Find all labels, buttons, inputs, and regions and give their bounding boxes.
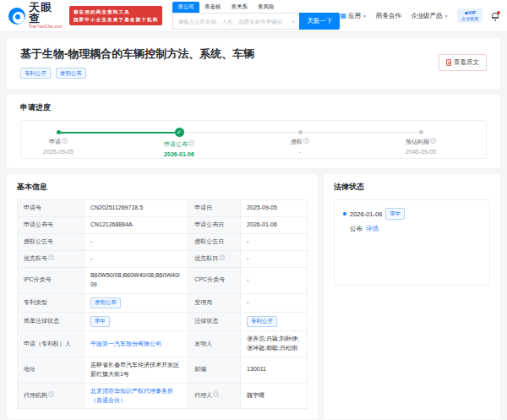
- info-icon[interactable]: ?: [48, 254, 54, 260]
- basic-info-tbody: 申请号CN202511269718.5申请日2025-09-05申请公布号CN1…: [18, 200, 308, 409]
- field-label: 代理机构?: [18, 383, 84, 409]
- field-label: 代理人?: [188, 383, 241, 409]
- legal-status-card: 法律状态 2026-01-06审中公布详情: [324, 174, 500, 419]
- step-label: 授权?: [266, 138, 334, 146]
- field-label: 申请号: [18, 200, 84, 217]
- field-value: 专利公开: [241, 312, 308, 330]
- notification-dot: [497, 11, 500, 14]
- field-value: -: [84, 234, 188, 251]
- chevron-down-icon: ▼: [444, 14, 448, 19]
- field-value: CN121268884A: [84, 217, 188, 234]
- step-dot: [298, 130, 303, 134]
- progress-timeline: 申请?2025-09-05✓申请公布?2026-01-06授权?-预估到期?20…: [20, 120, 487, 159]
- field-value: 130011: [241, 357, 308, 384]
- entity-link[interactable]: 中国第一汽车股份有限公司: [90, 341, 161, 346]
- field-label: 授权公告日: [188, 234, 241, 251]
- nav-enterprise[interactable]: 企业级产品 ▼: [411, 12, 448, 20]
- table-row: 申请公布号CN121268884A申请公布日2026-01-06: [18, 217, 308, 234]
- nav-apps[interactable]: ▦ 应用 ▼: [340, 12, 367, 20]
- progress-step-1: ✓申请公布?2026-01-06: [145, 121, 213, 157]
- field-label: 优先权号?: [18, 250, 84, 267]
- field-value: -: [241, 267, 308, 293]
- title-tags: 专利公开发明公布: [20, 68, 439, 79]
- table-row: 授权公告号-授权公告日-: [18, 234, 308, 251]
- step-dot: [419, 130, 423, 134]
- status-tag: 审中: [385, 208, 405, 219]
- field-label: 发明人: [188, 331, 241, 357]
- promo-banner: 都在用的商业查询工具 国家中小企业发展子基金旗下机构: [69, 6, 163, 25]
- field-label: 邮编: [188, 357, 241, 384]
- tianyancha-logo-icon: [8, 8, 25, 25]
- tianyancha-logo[interactable]: 天眼查 TianYanCha.com: [8, 2, 63, 30]
- view-original-button[interactable]: 查看原文: [439, 54, 487, 71]
- patent-tag: 发明公布: [56, 68, 86, 79]
- legal-status-item: 2026-01-06审中公布详情: [343, 208, 481, 232]
- search-input-wrap: ×: [172, 13, 299, 30]
- field-value: B60W50/08;B60W40/08;B60W40/09: [84, 267, 188, 293]
- entity-link[interactable]: 北京清亦华知识产权代理事务所（普通合伙）: [90, 388, 173, 403]
- table-row: 代理机构?北京清亦华知识产权代理事务所（普通合伙）代理人?魏宇晴: [18, 383, 308, 409]
- step-label: 申请公布?: [145, 140, 213, 149]
- info-icon[interactable]: ?: [303, 138, 309, 144]
- field-label: 授权公告号: [18, 234, 84, 251]
- field-label: 地址: [18, 357, 84, 384]
- field-value: 2025-09-05: [241, 200, 308, 217]
- detail-link[interactable]: 详情: [366, 225, 379, 233]
- field-value: 审中: [84, 312, 188, 330]
- table-row: IPC分类号B60W50/08;B60W40/08;B60W40/09CPC分类…: [18, 267, 308, 293]
- table-row: 申请号CN202511269718.5申请日2025-09-05: [18, 200, 308, 217]
- legal-status-box: 2026-01-06审中公布详情: [334, 199, 490, 286]
- search-button[interactable]: 天眼一下: [299, 13, 340, 30]
- info-icon[interactable]: ?: [48, 391, 54, 397]
- chevron-down-icon: ▼: [363, 14, 367, 19]
- field-value: -: [241, 293, 308, 312]
- info-icon[interactable]: ?: [430, 138, 436, 144]
- patent-tag: 专利公开: [20, 68, 51, 79]
- field-value: 发明公布: [84, 293, 188, 312]
- progress-step-2: 授权?-: [266, 121, 334, 155]
- search-tab-1[interactable]: 查老板: [199, 2, 226, 13]
- legal-status-date: 2026-01-06: [350, 210, 382, 218]
- step-label: 预估到期?: [387, 138, 455, 146]
- patent-title-card: 基于生物-物理耦合的车辆控制方法、系统、车辆 专利公开发明公布 查看原文: [7, 38, 500, 89]
- info-icon[interactable]: ?: [219, 254, 225, 260]
- search-tab-2[interactable]: 查关系: [226, 2, 253, 13]
- field-value: 张养浩;吕颖;刘秋铮;张坤超;都聪;吕松阳: [241, 331, 308, 357]
- field-value: CN202511269718.5: [84, 200, 188, 217]
- vip-badge[interactable]: ◆VIP 企业查查: [457, 8, 482, 23]
- field-label: IPC分类号: [18, 267, 84, 293]
- field-label: 申请日: [188, 200, 241, 217]
- status-tag: 专利公开: [247, 316, 277, 327]
- field-value: 吉林省长春市汽车经济技术开发区新红旗大街1号: [84, 357, 188, 384]
- application-progress-card: 申请进度 申请?2025-09-05✓申请公布?2026-01-06授权?-预估…: [7, 95, 500, 168]
- notification-bell-icon[interactable]: [492, 13, 499, 19]
- field-label: 简单法律状态: [18, 312, 84, 330]
- step-date: 2025-09-05: [25, 149, 92, 155]
- step-date: -: [266, 149, 334, 155]
- nav-cooperation[interactable]: 商务合作: [376, 12, 401, 20]
- basic-info-card: 基本信息 申请号CN202511269718.5申请日2025-09-05申请公…: [7, 174, 318, 419]
- progress-step-0: 申请?2025-09-05: [25, 121, 92, 155]
- info-icon[interactable]: ?: [188, 140, 194, 146]
- table-row: 地址吉林省长春市汽车经济技术开发区新红旗大街1号邮编130011: [18, 357, 308, 384]
- table-row: 优先权号?-优先权日?-: [18, 250, 308, 267]
- field-value: 魏宇晴: [241, 383, 308, 409]
- search-input[interactable]: [177, 19, 289, 25]
- legal-status-heading: 法律状态: [334, 182, 490, 193]
- search-block: 查公司查老板查关系查风险 × 天眼一下: [172, 2, 340, 30]
- basic-info-heading: 基本信息: [17, 182, 308, 193]
- info-icon[interactable]: ?: [213, 391, 219, 397]
- search-tab-3[interactable]: 查风险: [253, 2, 280, 13]
- step-dot: [57, 130, 61, 134]
- field-value: 北京清亦华知识产权代理事务所（普通合伙）: [84, 383, 188, 409]
- basic-info-table: 申请号CN202511269718.5申请日2025-09-05申请公布号CN1…: [17, 199, 308, 409]
- field-label: 申请公布号: [18, 217, 84, 234]
- search-tab-0[interactable]: 查公司: [172, 2, 199, 13]
- bullet-dot: [343, 212, 346, 215]
- status-tag: 发明公布: [90, 297, 121, 308]
- field-label: CPC分类号: [188, 267, 241, 293]
- step-date: 2045-09-05: [387, 149, 455, 155]
- info-icon[interactable]: ?: [62, 138, 68, 144]
- legal-status-desc: 公布: [350, 225, 363, 233]
- clear-icon[interactable]: ×: [292, 18, 296, 25]
